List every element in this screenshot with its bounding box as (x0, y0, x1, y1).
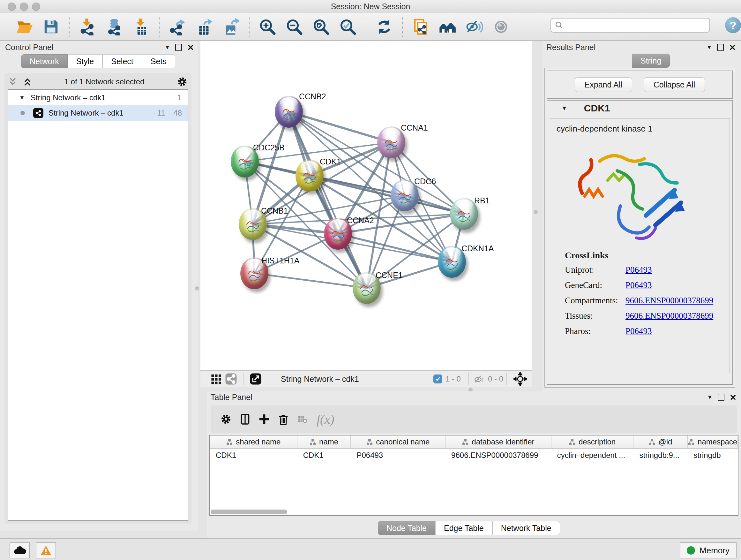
expand-all-button[interactable]: Expand All (575, 77, 632, 92)
cell-namespace[interactable]: stringdb (688, 449, 738, 462)
export-image-icon[interactable] (222, 17, 240, 36)
selected-checkbox-icon[interactable] (433, 374, 442, 383)
cloud-button[interactable] (10, 543, 30, 558)
export-table-icon[interactable] (195, 17, 213, 36)
hidden-count: 0 - 0 (488, 374, 503, 383)
table-panel-float-icon[interactable] (718, 394, 724, 401)
table-panel-close-icon[interactable]: ✕ (730, 393, 737, 401)
change-species-icon[interactable] (438, 17, 457, 36)
control-panel-menu-icon[interactable]: ▼ (164, 44, 170, 51)
column-header-database-identifier[interactable]: database identifier (446, 435, 551, 448)
control-panel: Control Panel ▼ ✕ Network Style Select S… (0, 41, 198, 531)
hide-selected-icon[interactable] (465, 17, 483, 36)
results-panel-menu-icon[interactable]: ▼ (706, 44, 712, 51)
search-box[interactable] (550, 18, 710, 33)
refresh-view-icon[interactable] (375, 17, 394, 36)
cell-description[interactable]: cyclin–dependent ... (551, 449, 634, 462)
export-network-icon[interactable] (168, 17, 187, 36)
crosslink-pharos-link[interactable]: P06493 (625, 326, 652, 336)
zoom-out-icon[interactable] (285, 17, 304, 36)
birdseye-grid-icon[interactable] (209, 369, 223, 388)
help-button[interactable]: ? (725, 17, 741, 33)
search-icon (555, 21, 563, 29)
column-header-shared-name[interactable]: shared name (210, 435, 297, 448)
collection-expand-icon[interactable]: ▼ (19, 95, 25, 101)
crosslink-compartments-link[interactable]: 9606.ENSP00000378699 (625, 296, 713, 306)
apply-function-icon: f(x) (317, 412, 334, 427)
table-panel-menu-icon[interactable]: ▼ (707, 394, 713, 401)
control-panel-float-icon[interactable] (175, 44, 182, 51)
show-columns-icon[interactable] (235, 410, 255, 429)
control-panel-close-icon[interactable]: ✕ (187, 44, 194, 52)
crosslink-tissues-link[interactable]: 9606.ENSP00000378699 (625, 311, 713, 321)
zoom-fit-icon[interactable] (312, 17, 330, 36)
node-label-ccna1: CCNA1 (401, 123, 428, 132)
network-view-title: String Network – cdk1 (281, 374, 433, 384)
column-header-name[interactable]: name (297, 435, 351, 448)
horizontal-scrollbar[interactable] (211, 509, 287, 514)
tab-network-table[interactable]: Network Table (492, 521, 560, 535)
network-options-gear-icon[interactable] (176, 76, 188, 88)
column-header-canonical-name[interactable]: canonical name (351, 435, 446, 448)
fit-content-crosshair-icon[interactable] (511, 369, 529, 388)
export-view-icon[interactable] (248, 369, 263, 388)
network-row[interactable]: String Network – cdk1 11 48 (8, 105, 188, 121)
tab-string[interactable]: String (632, 54, 670, 68)
show-all-icon[interactable] (492, 17, 510, 36)
crosslink-genecard-link[interactable]: P06493 (625, 280, 652, 290)
tab-edge-table[interactable]: Edge Table (435, 521, 492, 535)
collapse-all-button[interactable]: Collapse All (644, 77, 705, 92)
results-panel-close-icon[interactable]: ✕ (729, 44, 736, 52)
node-label-cdc25b: CDC25B (253, 143, 285, 152)
table-options-gear-icon[interactable] (216, 410, 235, 429)
open-session-icon[interactable] (15, 17, 33, 36)
network-canvas[interactable]: CCNB2CCNA1CDC25BCDK1CDC6RB1CCNB1CCNA2CDK… (200, 41, 532, 370)
expand-all-icon[interactable] (22, 77, 32, 87)
cell--id[interactable]: stringdb:9... (633, 449, 688, 462)
cell-shared-name[interactable]: CDK1 (210, 449, 297, 462)
collapse-all-icon[interactable] (8, 77, 18, 87)
column-header--id[interactable]: @id (633, 435, 688, 448)
create-column-icon[interactable] (255, 410, 274, 429)
results-panel-title: Results Panel (546, 43, 596, 52)
clone-network-icon[interactable] (411, 17, 430, 36)
network-view-toolbar: String Network – cdk1 1 - 0 0 - 0 (200, 370, 532, 387)
tab-network[interactable]: Network (21, 54, 68, 68)
warnings-button[interactable] (36, 543, 56, 558)
import-table-icon[interactable] (132, 17, 150, 36)
zoom-in-icon[interactable] (258, 17, 277, 36)
network-selection-text: 1 of 1 Network selected (32, 77, 176, 86)
network-collection-row[interactable]: ▼ String Network – cdk1 1 (8, 90, 188, 105)
right-splitter-handle[interactable] (534, 210, 538, 214)
node-rb1[interactable] (450, 198, 478, 230)
table-panel-title: Table Panel (211, 393, 253, 402)
column-header-description[interactable]: description (551, 435, 634, 448)
cell-canonical-name[interactable]: P06493 (351, 449, 446, 462)
tab-node-table[interactable]: Node Table (378, 521, 435, 535)
collection-count: 1 (177, 93, 181, 102)
node-label-cdc6: CDC6 (414, 177, 436, 186)
crosslink-uniprot-link[interactable]: P06493 (625, 265, 652, 275)
node-label-ccne1: CCNE1 (376, 271, 403, 280)
results-panel-float-icon[interactable] (717, 44, 724, 51)
cell-name[interactable]: CDK1 (297, 449, 351, 462)
search-input[interactable] (563, 20, 710, 30)
import-network-file-icon[interactable] (78, 17, 97, 36)
table-row[interactable]: CDK1CDK1P064939606.ENSP00000378699cyclin… (210, 449, 738, 462)
cell-database-identifier[interactable]: 9606.ENSP00000378699 (446, 449, 551, 462)
node-ccnb2[interactable] (275, 96, 303, 128)
save-session-icon[interactable] (42, 17, 60, 36)
import-network-database-icon[interactable] (105, 17, 124, 36)
column-header-namespace[interactable]: namespace (688, 435, 738, 448)
left-splitter-handle[interactable] (195, 287, 199, 291)
node-cdk1[interactable] (295, 160, 324, 192)
gene-expand-icon[interactable]: ▼ (561, 105, 567, 112)
network-label: String Network – cdk1 (49, 109, 157, 118)
string-panel-toggle-icon[interactable] (223, 369, 239, 388)
zoom-selected-icon[interactable] (339, 17, 357, 36)
delete-column-trash-icon[interactable] (274, 410, 293, 429)
tab-style[interactable]: Style (68, 54, 103, 68)
tab-sets[interactable]: Sets (142, 54, 175, 68)
memory-button[interactable]: Memory (680, 543, 737, 558)
tab-select[interactable]: Select (103, 54, 142, 68)
